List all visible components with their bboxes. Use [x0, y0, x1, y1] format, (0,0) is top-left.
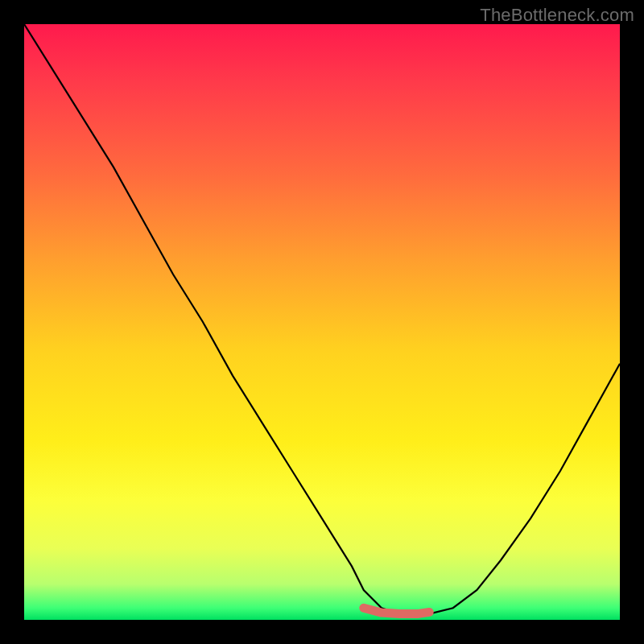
bottleneck-curve	[24, 24, 620, 614]
chart-svg	[24, 24, 620, 620]
chart-frame: TheBottleneck.com	[0, 0, 644, 644]
plot-area	[24, 24, 620, 620]
optimal-marker	[364, 608, 429, 613]
watermark-text: TheBottleneck.com	[480, 5, 634, 26]
